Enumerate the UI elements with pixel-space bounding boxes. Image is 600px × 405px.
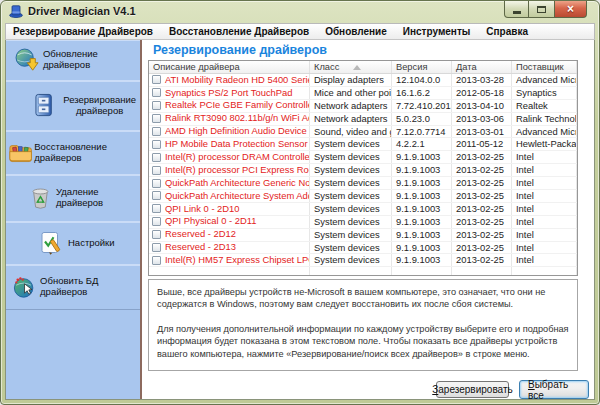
driver-description: Ralink RT3090 802.11b/g/n WiFi Adapter <box>165 113 310 125</box>
driver-class: System devices <box>310 216 392 228</box>
row-checkbox[interactable] <box>152 75 161 84</box>
table-row[interactable]: Ralink RT3090 802.11b/g/n WiFi Adapter N… <box>149 113 577 126</box>
driver-version: 16.1.6.2 <box>392 87 452 99</box>
driver-vendor: Intel <box>512 151 577 163</box>
menu-restore-drivers[interactable]: Восстановление Драйверов <box>169 26 309 37</box>
row-checkbox[interactable] <box>152 256 161 265</box>
menu-tools[interactable]: Инструменты <box>403 26 471 37</box>
row-checkbox[interactable] <box>152 217 161 226</box>
driver-vendor: Intel <box>512 242 577 254</box>
menu-help[interactable]: Справка <box>486 26 528 37</box>
maximize-button[interactable] <box>529 1 554 18</box>
row-checkbox[interactable] <box>152 114 161 123</box>
table-row[interactable]: QPI Link 0 - 2D10 System devices 9.1.9.1… <box>149 203 577 216</box>
driver-vendor: Advanced Micro D... <box>512 126 577 138</box>
driver-description: Reserved - 2D13 <box>165 242 236 254</box>
title-bar[interactable]: Driver Magician V4.1 × <box>1 1 599 23</box>
driver-date: 2011-05-12 <box>452 138 512 150</box>
row-checkbox[interactable] <box>152 127 161 136</box>
row-checkbox[interactable] <box>152 140 161 149</box>
client-area: Обновление драйверов Резервирование драй… <box>5 40 595 400</box>
row-checkbox[interactable] <box>152 88 161 97</box>
driver-version: 9.1.9.1003 <box>392 203 452 215</box>
driver-date: 2013-02-25 <box>452 164 512 176</box>
row-checkbox[interactable] <box>152 101 161 110</box>
driver-class: System devices <box>310 138 392 150</box>
driver-description: QuickPath Architecture System Address ..… <box>165 190 310 202</box>
sidebar-item-update-driver-db[interactable]: Обновить БД драйверов <box>6 265 140 310</box>
backup-button[interactable]: Зарезервировать <box>436 381 509 398</box>
driver-description: Intel(R) processor PCI Express Root Port… <box>165 164 310 176</box>
driver-date: 2013-03-01 <box>452 126 512 138</box>
row-checkbox[interactable] <box>152 191 161 200</box>
driver-class: Mice and other poin... <box>310 87 392 99</box>
minimize-button[interactable] <box>504 1 529 18</box>
driver-vendor: Intel <box>512 177 577 189</box>
table-row[interactable]: Intel(R) processor DRAM Controller - 004… <box>149 151 577 164</box>
column-header-vendor[interactable]: Поставщик <box>512 61 577 73</box>
sidebar-item-update-drivers[interactable]: Обновление драйверов <box>6 40 140 81</box>
driver-date: 2013-02-25 <box>452 190 512 202</box>
magician-hat-icon[interactable] <box>9 5 23 18</box>
driver-date: 2013-02-25 <box>452 229 512 241</box>
column-header-description[interactable]: Описание драйвера <box>149 61 310 73</box>
row-checkbox[interactable] <box>152 243 161 252</box>
driver-vendor <box>512 267 577 276</box>
sidebar-item-backup-drivers[interactable]: Резервирование драйверов <box>6 81 140 131</box>
column-header-class[interactable]: Класс <box>310 61 392 73</box>
table-row[interactable]: ATI Mobility Radeon HD 5400 Series Displ… <box>149 74 577 87</box>
menu-backup-drivers[interactable]: Резервирование Драйверов <box>13 26 153 37</box>
table-row[interactable]: Intel(R) HM57 Express Chipset LPC Interf… <box>149 254 577 267</box>
table-row[interactable]: QuickPath Architecture Generic Non-core.… <box>149 177 577 190</box>
driver-class: System devices <box>310 177 392 189</box>
driver-class: System devices <box>310 229 392 241</box>
maximize-icon <box>537 6 546 13</box>
column-header-date[interactable]: Дата <box>452 61 512 73</box>
row-checkbox[interactable] <box>152 230 161 239</box>
info-paragraph: Выше, все драйверы устройств не-Microsof… <box>157 286 569 311</box>
driver-version: 9.1.9.1003 <box>392 164 452 176</box>
driver-class: System devices <box>310 151 392 163</box>
sidebar-item-label: Резервирование драйверов <box>59 95 140 117</box>
table-empty-row <box>149 267 577 276</box>
driver-description: Realtek PCIe GBE Family Controller <box>165 100 310 112</box>
driver-info-textbox[interactable]: Выше, все драйверы устройств не-Microsof… <box>148 279 578 371</box>
driver-vendor: Intel <box>512 164 577 176</box>
sidebar-item-uninstall-drivers[interactable]: Удаление драйверов <box>6 175 140 222</box>
driver-version: 9.1.9.1003 <box>392 229 452 241</box>
sidebar-item-restore-drivers[interactable]: Восстановление драйверов <box>6 131 140 175</box>
table-row[interactable]: AMD High Definition Audio Device Sound, … <box>149 126 577 139</box>
driver-version: 9.1.9.1003 <box>392 190 452 202</box>
close-button[interactable]: × <box>554 1 587 18</box>
driver-class: Network adapters <box>310 113 392 125</box>
table-row[interactable]: Reserved - 2D13 System devices 9.1.9.100… <box>149 242 577 255</box>
row-checkbox[interactable] <box>152 166 161 175</box>
driver-version: 12.104.0.0 <box>392 74 452 86</box>
driver-date: 2013-02-25 <box>452 151 512 163</box>
driver-vendor: Realtek <box>512 100 577 112</box>
driver-description: QuickPath Architecture Generic Non-core.… <box>165 177 310 189</box>
sidebar: Обновление драйверов Резервирование драй… <box>6 40 142 399</box>
sidebar-empty-area <box>6 310 140 399</box>
table-row[interactable]: Synaptics PS/2 Port TouchPad Mice and ot… <box>149 87 577 100</box>
table-row[interactable]: Reserved - 2D12 System devices 9.1.9.100… <box>149 229 577 242</box>
table-row[interactable]: QPI Physical 0 - 2D11 System devices 9.1… <box>149 216 577 229</box>
sidebar-item-settings[interactable]: Настройки <box>6 222 140 265</box>
driver-version: 9.1.9.1003 <box>392 254 452 266</box>
driver-class: System devices <box>310 254 392 266</box>
column-header-version[interactable]: Версия <box>392 61 452 73</box>
table-row[interactable]: QuickPath Architecture System Address ..… <box>149 190 577 203</box>
folder-restore-icon <box>9 141 32 164</box>
driver-class: System devices <box>310 203 392 215</box>
row-checkbox[interactable] <box>152 153 161 162</box>
driver-description: AMD High Definition Audio Device <box>165 126 307 138</box>
select-all-button[interactable]: Выбрать все <box>519 380 589 399</box>
row-checkbox[interactable] <box>152 179 161 188</box>
table-row[interactable]: Intel(R) processor PCI Express Root Port… <box>149 164 577 177</box>
driver-description: ATI Mobility Radeon HD 5400 Series <box>165 74 310 86</box>
table-row[interactable]: HP Mobile Data Protection Sensor System … <box>149 138 577 151</box>
driver-description: Intel(R) processor DRAM Controller - 004… <box>165 151 310 163</box>
table-row[interactable]: Realtek PCIe GBE Family Controller Netwo… <box>149 100 577 113</box>
menu-update[interactable]: Обновление <box>325 26 387 37</box>
row-checkbox[interactable] <box>152 204 161 213</box>
